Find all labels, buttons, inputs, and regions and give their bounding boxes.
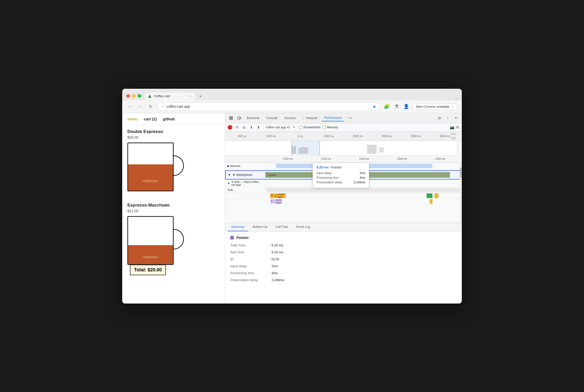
memory-label: Memory [327,126,338,129]
network-warning-icon: ⚠ [302,116,305,120]
tab-more[interactable]: >> [346,115,355,121]
func-yellow-bar-right [430,199,432,204]
tab-performance[interactable]: Performance [322,115,344,121]
tab-network[interactable]: ⚠ Network [300,115,320,121]
devtools-more-button[interactable]: ⋮ [444,115,451,121]
tab-close-button[interactable]: × [188,94,192,98]
perf-right-actions: 📷 ⚙ [450,125,459,129]
tracks-area: ▶ Network ▼ ▼ Interactions [225,163,462,223]
active-tab[interactable]: Coffee cart × [144,92,196,100]
memory-checkbox[interactable]: Memory [323,126,338,129]
func-call-content: F...l Func...Call Run M [266,199,462,204]
task-gray-bar [266,188,462,192]
main-track-label[interactable]: ▼ ▼ Main — https://coffee-cart.app/ [225,180,266,187]
session-selector[interactable]: coffee-cart.app #1 [263,125,297,130]
tab-call-tree[interactable]: Call Tree [272,223,292,231]
interactions-track-label: ▼ ▼ Interactions [226,171,265,179]
close-button[interactable] [126,94,130,98]
clear-button[interactable]: ⊘ [242,125,247,130]
overview-area[interactable] [225,141,462,155]
tab-console[interactable]: Console [264,115,280,121]
fine-mark-1: 1314 ms [307,157,345,160]
new-chrome-more: ⋮ [451,105,454,109]
maximize-button[interactable] [138,94,141,98]
tooltip-title: 9.25 ms Pointer [316,165,365,169]
address-bar[interactable]: ⚬ coffee-cart.app ★ [157,102,380,111]
summary-value-3: 2ms [271,264,278,268]
product-item-2: Espresso Macchiato $12.00 espresso Total… [127,203,220,275]
fine-mark-4: 1320 ms [421,157,459,160]
tab-event-log[interactable]: Event Log [293,223,314,231]
tooltip-presentation-delay: Presentation delay 3.246ms [316,181,365,184]
tooltip-pointer-name: Pointer [331,165,341,169]
network-track-label[interactable]: ▶ Network [225,163,266,170]
svg-rect-1 [229,117,231,118]
lab-button[interactable]: ⚗ [393,103,400,110]
summary-label-2: ID [230,257,271,261]
new-tab-button[interactable]: + [197,93,204,100]
tab-sources[interactable]: Sources [282,115,298,121]
memory-checkbox-input[interactable] [323,126,326,129]
summary-value-1: 9.25 ms [271,250,283,254]
reload-record-button[interactable]: ↺ [234,125,240,130]
product-name-2: Espresso Macchiato [127,203,220,208]
svg-rect-2 [231,117,233,118]
main-content: menu cart (1) github Double Espresso $20… [122,113,462,304]
cup-handle-2 [173,229,184,250]
devtools-toolbar: Elements Console Sources ⚠ Network Perfo… [225,113,462,123]
title-bar: Coffee cart × + ⌄ [122,89,462,100]
cup-fill-1 [128,164,173,190]
task-label: Task [227,188,233,191]
website-nav-menu[interactable]: menu [127,117,138,121]
devtools-close-button[interactable]: × [453,115,459,121]
upload-button[interactable]: ⬆ [249,125,254,130]
ruler-mark-3: 2000 ms [315,135,344,138]
ruler-mark-2: 1 ms [286,135,315,138]
tab-dropdown-button[interactable]: ⌄ [455,96,458,100]
profile-button[interactable]: 👤 [403,103,410,110]
fine-mark-3: 1318 ms [383,157,421,160]
capture-settings-icon[interactable]: 📷 [450,125,454,129]
cup-label-2: espresso [128,255,173,259]
tab-summary[interactable]: Summary [228,223,248,231]
bookmark-icon[interactable]: ★ [373,104,376,109]
summary-row-2: ID 5178 [230,257,457,261]
tab-elements[interactable]: Elements [244,115,262,121]
nav-actions: 🧩 ⚗ 👤 New Chrome available ⋮ [383,103,458,110]
perf-settings-icon[interactable]: ⚙ [456,125,459,129]
refresh-button[interactable]: ↻ [147,103,154,110]
timeline-scrollbar-thumb[interactable] [460,168,462,178]
event-click-bar[interactable]: E...p Event: click [270,193,286,198]
event-bars-label-spacer [225,193,266,198]
summary-label-5: Presentation delay [230,278,271,282]
device-toolbar-button[interactable] [236,115,243,121]
record-button[interactable] [228,125,232,130]
screenshots-checkbox[interactable]: Screenshots [299,126,321,129]
download-button[interactable]: ⬇ [256,125,261,130]
svg-rect-8 [298,148,301,154]
browser-window: Coffee cart × + ⌄ ← → ↻ ⚬ coffee-cart.ap… [122,89,462,304]
tooltip-input-delay-label: Input delay [316,171,332,175]
tab-bottom-up[interactable]: Bottom-Up [249,223,271,231]
net-label: NET [451,137,456,140]
tab-bar: Coffee cart × + ⌄ [144,92,458,100]
tooltip-processing-time: Processing time 4ms [316,176,365,180]
bottom-tabs: Summary Bottom-Up Call Tree Event Log [225,223,462,231]
back-button[interactable]: ← [126,103,134,110]
event-click-short-label: E...p [271,194,277,197]
minimize-button[interactable] [132,94,136,98]
website-nav-cart[interactable]: cart (1) [144,117,157,121]
address-text: coffee-cart.app [166,104,370,109]
devtools-settings-button[interactable]: ⚙ [436,115,443,121]
website-nav-github[interactable]: github [163,117,175,121]
func-call-bar: F...l Func...Call Run M [270,199,282,204]
new-chrome-badge[interactable]: New Chrome available ⋮ [412,103,458,110]
event-yellow-bar-right [435,193,438,198]
summary-value-5: 3.246ms [271,278,284,282]
screenshots-checkbox-input[interactable] [299,126,302,129]
extensions-button[interactable]: 🧩 [383,103,390,110]
forward-button[interactable]: → [137,103,144,110]
select-element-button[interactable] [228,115,234,121]
interaction-tooltip: 9.25 ms Pointer Input delay 2ms Processi… [313,163,369,188]
pointer-bar-label: Pointer [267,173,276,176]
